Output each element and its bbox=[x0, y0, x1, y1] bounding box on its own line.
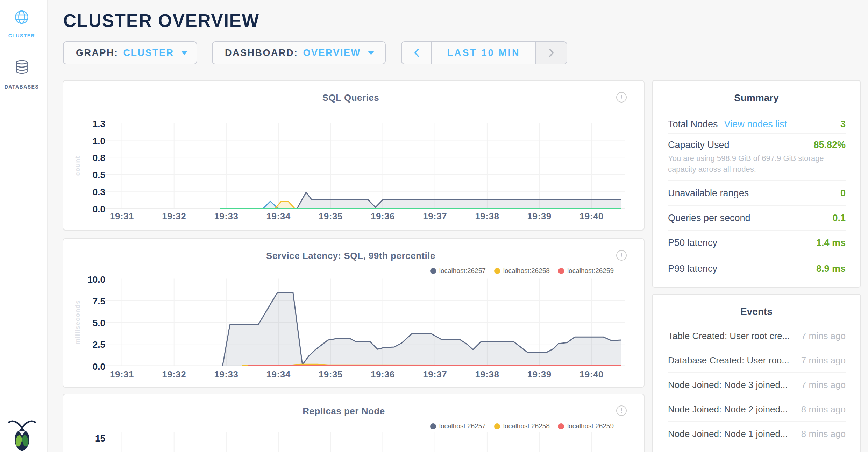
legend-item: localhost:26257 bbox=[430, 422, 486, 430]
event-text: Table Created: User root cre... bbox=[668, 331, 797, 341]
chart-title-sql-queries: SQL Queries bbox=[61, 92, 641, 103]
info-icon[interactable]: ! bbox=[616, 250, 627, 261]
chart-card-service-latency: 0.02.55.07.510.019:3119:3219:3319:3419:3… bbox=[63, 238, 645, 388]
event-time: 7 mins ago bbox=[801, 380, 846, 390]
summary-row-capacity: Capacity Used 85.82% You are using 598.9… bbox=[668, 134, 846, 181]
events-panel: Events Table Created: User root cre...7 … bbox=[652, 294, 861, 452]
legend-item: localhost:26258 bbox=[494, 422, 550, 430]
svg-text:0.0: 0.0 bbox=[93, 204, 105, 214]
event-row: Node Joined: Node 3 joined...7 mins ago bbox=[668, 373, 846, 397]
svg-text:15: 15 bbox=[95, 433, 105, 444]
event-time: 8 mins ago bbox=[801, 429, 846, 439]
dashboard-dropdown-label: DASHBOARD: bbox=[225, 48, 298, 58]
svg-text:0.3: 0.3 bbox=[93, 187, 105, 197]
svg-text:19:33: 19:33 bbox=[214, 211, 238, 221]
svg-text:2.5: 2.5 bbox=[93, 339, 105, 350]
summary-row-unavailable-ranges: Unavailable ranges 0 bbox=[668, 181, 846, 206]
svg-text:19:40: 19:40 bbox=[579, 369, 604, 380]
svg-text:5.0: 5.0 bbox=[93, 318, 105, 328]
svg-text:19:32: 19:32 bbox=[162, 211, 186, 221]
qps-label: Queries per second bbox=[668, 213, 750, 224]
sidebar-item-cluster-label: CLUSTER bbox=[0, 33, 43, 38]
summary-row-p50: P50 latency 1.4 ms bbox=[668, 231, 846, 255]
svg-text:19:40: 19:40 bbox=[579, 211, 604, 221]
svg-text:19:34: 19:34 bbox=[266, 369, 291, 380]
chevron-down-icon bbox=[181, 51, 187, 55]
graph-dropdown-label: GRAPH: bbox=[76, 48, 119, 58]
svg-text:19:33: 19:33 bbox=[214, 369, 238, 380]
sidebar-item-databases-label: DATABASES bbox=[0, 84, 43, 90]
capacity-used-description: You are using 598.9 GiB of 697.9 GiB sto… bbox=[668, 153, 846, 175]
svg-text:0.8: 0.8 bbox=[93, 153, 105, 163]
graph-dropdown[interactable]: GRAPH: CLUSTER bbox=[63, 41, 197, 64]
legend-item: localhost:26258 bbox=[494, 267, 550, 275]
sidebar-item-cluster[interactable]: CLUSTER bbox=[0, 10, 43, 38]
svg-text:10.0: 10.0 bbox=[87, 274, 105, 285]
capacity-used-label: Capacity Used bbox=[668, 140, 730, 150]
legend-dot-icon bbox=[494, 268, 500, 274]
svg-text:19:36: 19:36 bbox=[371, 211, 395, 221]
legend-label: localhost:26258 bbox=[503, 422, 550, 430]
legend-dot-icon bbox=[494, 423, 500, 429]
svg-text:0.0: 0.0 bbox=[93, 361, 105, 372]
p99-latency-value: 8.9 ms bbox=[816, 263, 846, 274]
p50-latency-label: P50 latency bbox=[668, 238, 717, 248]
total-nodes-value: 3 bbox=[840, 119, 846, 130]
legend-item: localhost:26257 bbox=[430, 267, 486, 275]
svg-text:19:34: 19:34 bbox=[266, 211, 291, 221]
legend-label: localhost:26259 bbox=[567, 422, 614, 430]
svg-text:19:39: 19:39 bbox=[527, 369, 552, 380]
legend-dot-icon bbox=[558, 268, 564, 274]
svg-text:19:36: 19:36 bbox=[371, 369, 395, 380]
time-window-next-button[interactable] bbox=[536, 42, 567, 64]
view-nodes-list-link[interactable]: View nodes list bbox=[724, 119, 787, 130]
info-icon[interactable]: ! bbox=[616, 92, 627, 103]
legend-dot-icon bbox=[430, 268, 436, 274]
summary-title: Summary bbox=[653, 92, 860, 104]
event-time: 7 mins ago bbox=[801, 331, 846, 341]
unavailable-ranges-value: 0 bbox=[840, 188, 846, 199]
p50-latency-value: 1.4 ms bbox=[816, 238, 846, 248]
legend-dot-icon bbox=[430, 423, 436, 429]
event-row: Table Created: User root cre...7 mins ag… bbox=[668, 324, 846, 348]
globe-icon bbox=[15, 10, 29, 24]
dashboard-dropdown[interactable]: DASHBOARD: OVERVIEW bbox=[212, 41, 386, 64]
page-title: CLUSTER OVERVIEW bbox=[63, 10, 259, 31]
chevron-right-icon bbox=[549, 48, 554, 57]
time-window-value[interactable]: LAST 10 MIN bbox=[431, 42, 536, 64]
info-icon[interactable]: ! bbox=[616, 405, 627, 416]
summary-row-total-nodes: Total Nodes View nodes list 3 bbox=[668, 115, 846, 134]
time-window-selector: LAST 10 MIN bbox=[401, 41, 567, 64]
sidebar: CLUSTER DATABASES bbox=[0, 0, 48, 452]
chart-title-service-latency: Service Latency: SQL, 99th percentile bbox=[61, 250, 641, 261]
svg-text:count: count bbox=[74, 156, 81, 176]
legend-label: localhost:26259 bbox=[567, 267, 614, 275]
event-text: Node Joined: Node 2 joined... bbox=[668, 404, 797, 415]
event-row: Node Joined: Node 1 joined...8 mins ago bbox=[668, 422, 846, 446]
event-row: Database Created: User roo...7 mins ago bbox=[668, 348, 846, 373]
summary-row-qps: Queries per second 0.1 bbox=[668, 206, 846, 231]
legend-label: localhost:26257 bbox=[439, 422, 486, 430]
svg-text:19:31: 19:31 bbox=[110, 369, 134, 380]
event-time: 8 mins ago bbox=[801, 404, 846, 415]
svg-text:19:35: 19:35 bbox=[319, 369, 343, 380]
event-time: 7 mins ago bbox=[801, 355, 846, 366]
qps-value: 0.1 bbox=[832, 213, 846, 224]
svg-text:milliseconds: milliseconds bbox=[74, 300, 81, 344]
summary-row-p99: P99 latency 8.9 ms bbox=[668, 255, 846, 282]
time-window-prev-button[interactable] bbox=[402, 42, 431, 64]
svg-text:19:38: 19:38 bbox=[475, 369, 499, 380]
summary-panel: Summary Total Nodes View nodes list 3 Ca… bbox=[652, 80, 861, 288]
cockroachdb-logo bbox=[8, 418, 36, 452]
svg-text:19:31: 19:31 bbox=[110, 211, 134, 221]
svg-text:19:38: 19:38 bbox=[475, 211, 499, 221]
svg-text:7.5: 7.5 bbox=[93, 296, 105, 306]
svg-text:19:39: 19:39 bbox=[527, 211, 552, 221]
svg-text:19:35: 19:35 bbox=[319, 211, 343, 221]
event-text: Database Created: User roo... bbox=[668, 355, 797, 366]
legend-label: localhost:26257 bbox=[439, 267, 486, 275]
svg-text:1.3: 1.3 bbox=[93, 119, 105, 129]
legend-dot-icon bbox=[558, 423, 564, 429]
sidebar-item-databases[interactable]: DATABASES bbox=[0, 60, 43, 90]
legend-item: localhost:26259 bbox=[558, 422, 614, 430]
